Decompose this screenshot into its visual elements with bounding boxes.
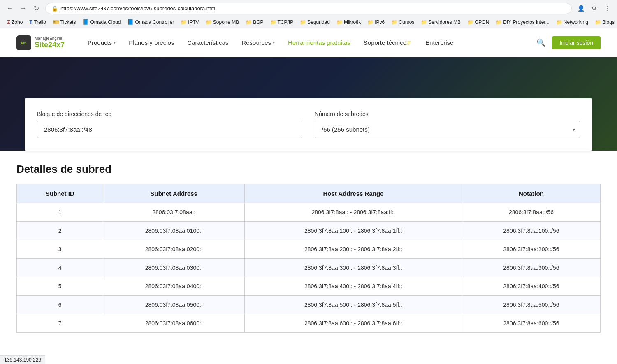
col-subnet-id: Subnet ID bbox=[17, 184, 103, 203]
nav-caracteristicas[interactable]: Características bbox=[181, 29, 235, 56]
bookmark-label: Soporte MB bbox=[213, 19, 239, 25]
bookmark-iptv[interactable]: 📁 IPTV bbox=[178, 18, 202, 26]
folder-icon: 📁 bbox=[367, 19, 373, 25]
table-body: 12806:03f7:08aa::2806:3f7:8aa:: - 2806:3… bbox=[17, 203, 601, 333]
bookmark-bgp[interactable]: 📁 BGP bbox=[243, 18, 266, 26]
cell-subnet_address: 2806:03f7:08aa:0500:: bbox=[103, 296, 244, 314]
nav-herramientas[interactable]: Herramientas gratuitas bbox=[281, 29, 357, 56]
folder-icon: 📁 bbox=[246, 19, 252, 25]
forward-button[interactable]: → bbox=[17, 2, 29, 14]
folder-icon: 📁 bbox=[391, 19, 397, 25]
col-notation: Notation bbox=[462, 184, 600, 203]
cell-id: 7 bbox=[17, 314, 103, 333]
network-input[interactable] bbox=[37, 121, 302, 138]
bookmark-servidores-mb[interactable]: 📁 Servidores MB bbox=[418, 18, 464, 26]
search-icon: 🔍 bbox=[536, 39, 545, 47]
section-title: Detalles de subred bbox=[16, 163, 601, 176]
bookmark-label: Omada Cloud bbox=[90, 19, 121, 25]
bookmark-label: DIY Proyectos inter... bbox=[503, 19, 550, 25]
cell-subnet_address: 2806:03f7:08aa:: bbox=[103, 203, 244, 222]
lock-icon: 🔒 bbox=[51, 5, 58, 12]
bookmark-diy[interactable]: 📁 DIY Proyectos inter... bbox=[493, 18, 552, 26]
subnet-select[interactable]: /56 (256 subnets) bbox=[315, 121, 580, 138]
nav-enterprise[interactable]: Enterprise bbox=[419, 29, 460, 56]
bookmark-label: Blogs bbox=[602, 19, 615, 25]
bookmark-label: BGP bbox=[253, 19, 263, 25]
omada-cloud-icon: 📘 bbox=[82, 19, 89, 25]
bookmark-tickets[interactable]: 🎫 Tickets bbox=[50, 18, 79, 26]
search-button[interactable]: 🔍 bbox=[536, 38, 545, 47]
bookmark-mikrotik[interactable]: 📁 Mikrotik bbox=[334, 18, 364, 26]
bookmark-label: Mikrotik bbox=[344, 19, 361, 25]
nav-planes[interactable]: Planes y precios bbox=[122, 29, 181, 56]
bookmark-label: Omada Controller bbox=[135, 19, 174, 25]
cell-host_range: 2806:3f7:8aa:500:: - 2806:3f7:8aa:5ff:: bbox=[244, 296, 462, 314]
cell-host_range: 2806:3f7:8aa:100:: - 2806:3f7:8aa:1ff:: bbox=[244, 222, 462, 240]
cell-subnet_address: 2806:03f7:08aa:0200:: bbox=[103, 240, 244, 259]
bookmark-zoho[interactable]: Z Zoho bbox=[4, 18, 26, 26]
folder-icon: 📁 bbox=[496, 19, 502, 25]
folder-icon: 📁 bbox=[206, 19, 212, 25]
cell-notation: 2806:3f7:8aa:100::/56 bbox=[462, 222, 600, 240]
bookmark-omada-controller[interactable]: 📘 Omada Controller bbox=[124, 18, 177, 26]
chevron-down-icon: ▾ bbox=[114, 40, 116, 45]
bookmark-blogs[interactable]: 📁 Blogs bbox=[592, 18, 617, 26]
nav-products[interactable]: Products ▾ bbox=[81, 29, 122, 56]
table-row: 22806:03f7:08aa:0100::2806:3f7:8aa:100::… bbox=[17, 222, 601, 240]
bookmark-label: Tickets bbox=[60, 19, 76, 25]
back-button[interactable]: ← bbox=[4, 2, 16, 14]
folder-icon: 📁 bbox=[336, 19, 343, 25]
folder-icon: 📁 bbox=[421, 19, 427, 25]
cell-subnet_address: 2806:03f7:08aa:0600:: bbox=[103, 314, 244, 333]
col-host-range: Host Address Range bbox=[244, 184, 462, 203]
cell-subnet_address: 2806:03f7:08aa:0100:: bbox=[103, 222, 244, 240]
zoho-icon: Z bbox=[7, 19, 10, 25]
table-row: 52806:03f7:08aa:0400::2806:3f7:8aa:400::… bbox=[17, 277, 601, 296]
network-block-group: Bloque de direcciones de red bbox=[37, 111, 302, 138]
bookmark-label: Trello bbox=[34, 19, 46, 25]
refresh-button[interactable]: ↻ bbox=[30, 2, 42, 14]
browser-toolbar: ← → ↻ 🔒 https://www.site24x7.com/es/tool… bbox=[0, 0, 617, 16]
address-bar[interactable]: 🔒 https://www.site24x7.com/es/tools/ipv6… bbox=[45, 3, 572, 14]
site-header: ME ManageEngine Site24x7 Products ▾ Plan… bbox=[0, 28, 617, 57]
logo-link[interactable]: ME ManageEngine Site24x7 bbox=[16, 35, 65, 50]
cell-id: 3 bbox=[17, 240, 103, 259]
login-button[interactable]: Iniciar sesión bbox=[552, 36, 601, 49]
bookmark-label: IPTV bbox=[188, 19, 199, 25]
nav-resources[interactable]: Resources ▾ bbox=[235, 29, 281, 56]
bookmark-gpon[interactable]: 📁 GPON bbox=[464, 18, 492, 26]
cell-host_range: 2806:3f7:8aa:300:: - 2806:3f7:8aa:3ff:: bbox=[244, 259, 462, 277]
bookmark-trello[interactable]: T Trello bbox=[26, 18, 49, 26]
nav-soporte[interactable]: Soporte técnico ☞ bbox=[357, 28, 419, 58]
bookmark-soporte-mb[interactable]: 📁 Soporte MB bbox=[203, 18, 242, 26]
cell-id: 1 bbox=[17, 203, 103, 222]
cell-host_range: 2806:3f7:8aa:400:: - 2806:3f7:8aa:4ff:: bbox=[244, 277, 462, 296]
subnet-table: Subnet ID Subnet Address Host Address Ra… bbox=[16, 184, 601, 333]
bookmark-label: Networking bbox=[564, 19, 588, 25]
cell-notation: 2806:3f7:8aa:200::/56 bbox=[462, 240, 600, 259]
bookmark-omada-cloud[interactable]: 📘 Omada Cloud bbox=[79, 18, 123, 26]
folder-icon: 📁 bbox=[270, 19, 276, 25]
cell-id: 4 bbox=[17, 259, 103, 277]
cell-subnet_address: 2806:03f7:08aa:0400:: bbox=[103, 277, 244, 296]
cell-notation: 2806:3f7:8aa:300::/56 bbox=[462, 259, 600, 277]
url-text: https://www.site24x7.com/es/tools/ipv6-s… bbox=[60, 5, 216, 12]
bookmark-ipv6[interactable]: 📁 IPv6 bbox=[364, 18, 387, 26]
table-row: 42806:03f7:08aa:0300::2806:3f7:8aa:300::… bbox=[17, 259, 601, 277]
menu-button[interactable]: ⋮ bbox=[601, 2, 613, 14]
hero-section: Bloque de direcciones de red Número de s… bbox=[0, 57, 617, 151]
subnet-select-wrapper: /56 (256 subnets) ▾ bbox=[315, 121, 580, 138]
bookmark-seguridad[interactable]: 📁 Seguridad bbox=[297, 18, 333, 26]
extensions-button[interactable]: ⚙ bbox=[588, 2, 600, 14]
bookmark-tcpip[interactable]: 📁 TCP/IP bbox=[267, 18, 297, 26]
table-header: Subnet ID Subnet Address Host Address Ra… bbox=[17, 184, 601, 203]
cell-notation: 2806:3f7:8aa::/56 bbox=[462, 203, 600, 222]
bookmark-label: Cursos bbox=[399, 19, 414, 25]
cell-id: 2 bbox=[17, 222, 103, 240]
table-row: 62806:03f7:08aa:0500::2806:3f7:8aa:500::… bbox=[17, 296, 601, 314]
bookmark-cursos[interactable]: 📁 Cursos bbox=[388, 18, 417, 26]
profile-button[interactable]: 👤 bbox=[575, 2, 587, 14]
bookmark-networking[interactable]: 📁 Networking bbox=[553, 18, 591, 26]
bookmark-label: GPON bbox=[475, 19, 489, 25]
bookmark-label: Seguridad bbox=[307, 19, 330, 25]
